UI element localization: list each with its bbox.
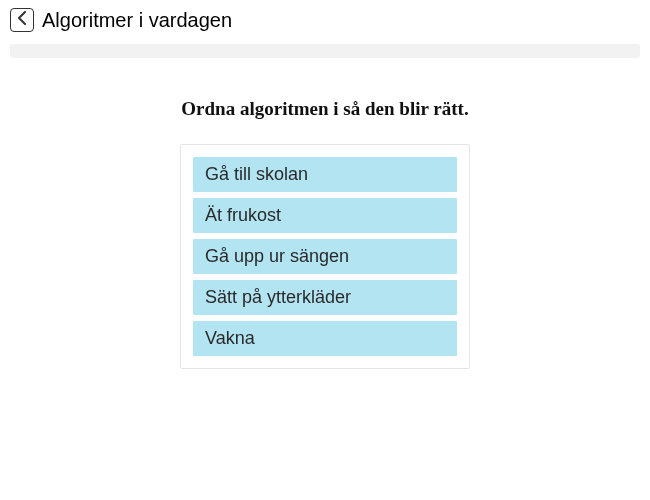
- list-item[interactable]: Ät frukost: [193, 198, 457, 233]
- list-item[interactable]: Gå upp ur sängen: [193, 239, 457, 274]
- header: Algoritmer i vardagen: [0, 0, 650, 40]
- sortable-list: Gå till skolan Ät frukost Gå upp ur säng…: [180, 144, 470, 369]
- list-item[interactable]: Sätt på ytterkläder: [193, 280, 457, 315]
- back-arrow-icon: [17, 11, 27, 29]
- back-button[interactable]: [10, 8, 34, 32]
- progress-bar: [10, 44, 640, 58]
- content-area: Ordna algoritmen i så den blir rätt. Gå …: [0, 98, 650, 369]
- list-item[interactable]: Gå till skolan: [193, 157, 457, 192]
- instruction-text: Ordna algoritmen i så den blir rätt.: [181, 98, 468, 120]
- page-title: Algoritmer i vardagen: [42, 9, 232, 32]
- list-item[interactable]: Vakna: [193, 321, 457, 356]
